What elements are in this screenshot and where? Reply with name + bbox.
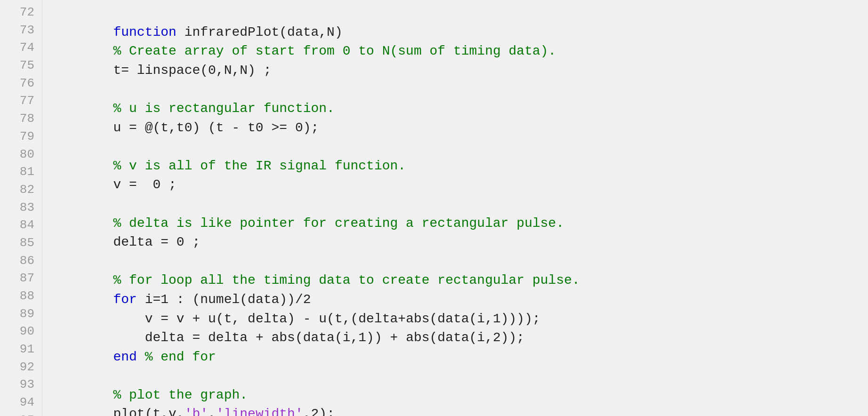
code-editor: 7273747576777879808182838485868788899091… [0, 0, 868, 416]
indent-token [50, 177, 113, 192]
normal-token: , [208, 407, 216, 416]
code-line [50, 252, 860, 272]
line-number: 79 [4, 128, 34, 146]
comment-token: % delta is like pointer for creating a r… [113, 216, 564, 231]
line-number: 77 [4, 92, 34, 110]
line-number: 93 [4, 376, 34, 394]
indent-token [50, 292, 113, 307]
normal-token: i=1 : (numel(data))/2 [137, 292, 311, 307]
indent-token [50, 388, 113, 402]
code-line: delta = delta + abs(data(i,1)) + abs(dat… [50, 328, 860, 348]
normal-token: ,2); [303, 407, 335, 416]
code-line: u = @(t,t0) (t - t0 >= 0); [50, 119, 860, 138]
string-token: 'b' [185, 407, 208, 416]
indent-token [50, 273, 113, 288]
line-number: 89 [4, 305, 34, 323]
line-number: 76 [4, 75, 34, 93]
indent-token [50, 25, 113, 40]
normal-token: delta = 0 ; [113, 235, 200, 249]
code-line [50, 4, 860, 23]
line-number: 84 [4, 216, 34, 234]
line-number: 74 [4, 39, 34, 57]
line-number: 80 [4, 146, 34, 164]
code-line: t= linspace(0,N,N) ; [50, 61, 860, 80]
line-number-gutter: 7273747576777879808182838485868788899091… [0, 0, 42, 416]
code-line [50, 137, 860, 157]
code-line: % v is all of the IR signal function. [50, 157, 860, 176]
line-number: 87 [4, 270, 34, 288]
code-line: end % end for [50, 348, 860, 367]
code-line [50, 80, 860, 99]
comment-token: % Create array of start from 0 to N(sum … [113, 44, 556, 58]
normal-token: plot(t,v, [113, 407, 184, 416]
keyword-token: for [113, 292, 137, 307]
line-number: 95 [4, 412, 34, 416]
normal-token: v = v + u(t, delta) - u(t,(delta+abs(dat… [145, 312, 540, 326]
line-number: 91 [4, 341, 34, 359]
indent-token [50, 235, 113, 249]
normal-token: v = 0 ; [113, 177, 176, 192]
line-number: 72 [4, 4, 34, 22]
comment-token: % v is all of the IR signal function. [113, 159, 406, 173]
code-line: v = v + u(t, delta) - u(t,(delta+abs(dat… [50, 310, 860, 329]
normal-token: t= linspace(0,N,N) ; [113, 63, 271, 78]
indent-token [50, 120, 113, 135]
normal-token: u = @(t,t0) (t - t0 >= 0); [113, 120, 319, 135]
code-line: % plot the graph. [50, 386, 860, 405]
code-area[interactable]: function infraredPlot(data,N) % Create a… [42, 0, 868, 416]
line-number: 83 [4, 199, 34, 217]
normal-token: delta = delta + abs(data(i,1)) + abs(dat… [145, 330, 525, 345]
code-line: v = 0 ; [50, 176, 860, 195]
code-line: for i=1 : (numel(data))/2 [50, 290, 860, 310]
code-line: delta = 0 ; [50, 233, 860, 252]
normal-token [137, 350, 145, 364]
code-line: % u is rectangular function. [50, 99, 860, 119]
line-number: 88 [4, 288, 34, 305]
indent-token [50, 159, 113, 173]
line-number: 81 [4, 163, 34, 181]
line-number: 78 [4, 110, 34, 128]
code-line [50, 195, 860, 214]
indent-token [50, 312, 145, 326]
comment-token: % plot the graph. [113, 388, 248, 402]
line-number: 82 [4, 181, 34, 199]
line-number: 86 [4, 252, 34, 270]
comment-token: % for loop all the timing data to create… [113, 273, 579, 288]
indent-token [50, 63, 113, 78]
code-line: % delta is like pointer for creating a r… [50, 214, 860, 233]
normal-token: infraredPlot(data,N) [177, 25, 343, 40]
line-number: 75 [4, 57, 34, 75]
code-line: function infraredPlot(data,N) [50, 23, 860, 42]
line-number: 73 [4, 22, 34, 40]
line-number: 90 [4, 323, 34, 341]
string-token: 'linewidth' [216, 407, 303, 416]
code-line [50, 367, 860, 386]
comment-token: % u is rectangular function. [113, 101, 334, 116]
line-number: 94 [4, 394, 34, 412]
code-line: % Create array of start from 0 to N(sum … [50, 42, 860, 61]
keyword-token: end [113, 350, 137, 364]
indent-token [50, 101, 113, 116]
indent-token [50, 216, 113, 231]
keyword-token: function [113, 25, 176, 40]
line-number: 85 [4, 234, 34, 252]
indent-token [50, 44, 113, 58]
code-line: plot(t,v,'b','linewidth',2); [50, 405, 860, 416]
comment-token: % end for [145, 350, 216, 364]
indent-token [50, 330, 145, 345]
line-number: 92 [4, 359, 34, 376]
indent-token [50, 407, 113, 416]
indent-token [50, 350, 113, 364]
code-line: % for loop all the timing data to create… [50, 271, 860, 290]
